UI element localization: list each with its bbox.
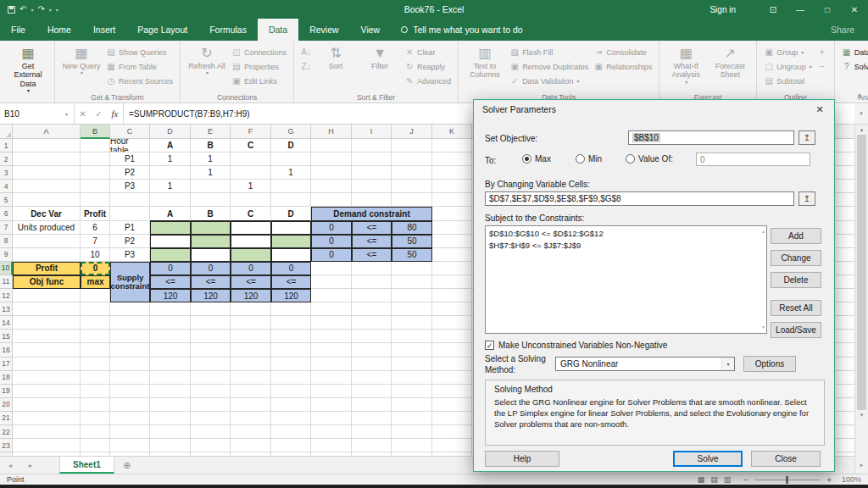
- cell-G1[interactable]: D: [271, 139, 311, 152]
- cell-C7[interactable]: P1: [110, 221, 150, 235]
- cell-I5[interactable]: [352, 193, 392, 207]
- cell-B7[interactable]: 6: [81, 221, 110, 235]
- row-header-12[interactable]: 12: [0, 289, 13, 302]
- column-header-I[interactable]: I: [352, 125, 392, 139]
- cell-C4[interactable]: P3: [110, 180, 150, 193]
- cell-C1[interactable]: Hour table: [110, 139, 150, 152]
- row-header-20[interactable]: 20: [0, 398, 13, 412]
- cell-K10[interactable]: [432, 262, 472, 275]
- cell-E6[interactable]: B: [191, 207, 231, 220]
- cell-K20[interactable]: [432, 398, 472, 412]
- get-external-data-button[interactable]: ▦Get External Data▾: [6, 43, 50, 96]
- cell-B10[interactable]: 0: [81, 262, 110, 275]
- cell-E13[interactable]: [191, 302, 231, 316]
- cell-A7[interactable]: Units produced: [13, 221, 81, 235]
- recent-sources-button[interactable]: ◷Recent Sources: [103, 75, 175, 87]
- consolidate-button[interactable]: ⇥Consolidate: [591, 46, 654, 58]
- cell-H11[interactable]: [311, 275, 352, 289]
- cell-B9[interactable]: 10: [81, 248, 110, 262]
- column-header-H[interactable]: H: [311, 125, 352, 139]
- solving-method-select[interactable]: GRG Nonlinear ▾: [555, 357, 735, 371]
- cell-A17[interactable]: [13, 358, 81, 371]
- set-objective-input[interactable]: $B$10: [628, 130, 794, 145]
- cell-B2[interactable]: [81, 152, 110, 166]
- enter-icon[interactable]: ✓: [91, 109, 107, 119]
- cell-F14[interactable]: [231, 316, 271, 330]
- cell-C3[interactable]: P2: [110, 166, 150, 180]
- cell-F18[interactable]: [231, 371, 271, 385]
- relationships-button[interactable]: ▣Relationships: [591, 60, 654, 73]
- row-header-18[interactable]: 18: [0, 371, 13, 385]
- cell-J4[interactable]: [392, 180, 432, 193]
- page-layout-view-icon[interactable]: ▤: [710, 475, 718, 484]
- cell-F17[interactable]: [231, 358, 271, 371]
- cell-J15[interactable]: [392, 330, 432, 343]
- cell-D1[interactable]: A: [150, 139, 191, 152]
- cell-E4[interactable]: [191, 180, 231, 193]
- cell-D14[interactable]: [150, 316, 191, 330]
- cell-D8[interactable]: [150, 235, 191, 248]
- cell-G10[interactable]: 0: [271, 262, 311, 275]
- cell-G6[interactable]: D: [271, 207, 311, 220]
- row-header-15[interactable]: 15: [0, 330, 13, 343]
- cell-C18[interactable]: [110, 371, 150, 385]
- cell-G20[interactable]: [271, 398, 311, 412]
- from-table-button[interactable]: ▦From Table: [103, 60, 175, 73]
- delete-button[interactable]: Delete: [771, 272, 821, 288]
- edit-links-button[interactable]: ▣Edit Links: [229, 75, 289, 87]
- cell-J17[interactable]: [392, 358, 432, 371]
- tab-insert[interactable]: Insert: [82, 19, 126, 41]
- cell-K13[interactable]: [432, 302, 472, 316]
- change-button[interactable]: Change: [771, 250, 821, 266]
- cell-B18[interactable]: [81, 371, 110, 385]
- tab-data[interactable]: Data: [258, 19, 298, 41]
- cell-E5[interactable]: [191, 193, 231, 207]
- cell-C9[interactable]: P3: [110, 248, 150, 262]
- by-changing-range-select-icon[interactable]: ↥: [798, 191, 815, 206]
- cell-G2[interactable]: [271, 152, 311, 166]
- cell-B23[interactable]: [81, 439, 110, 452]
- sign-in-button[interactable]: Sign in: [709, 5, 736, 14]
- cell-E14[interactable]: [191, 316, 231, 330]
- connections-button[interactable]: ◫Connections: [229, 46, 289, 58]
- cell-H12[interactable]: [311, 289, 352, 302]
- cell-J1[interactable]: [392, 139, 432, 152]
- cell-J21[interactable]: [392, 412, 432, 425]
- cell-G16[interactable]: [271, 343, 311, 357]
- radio-min[interactable]: Min: [576, 154, 602, 164]
- cell-E12[interactable]: 120: [191, 289, 231, 302]
- cell-B6[interactable]: Profit: [81, 207, 110, 220]
- cell-A19[interactable]: [13, 385, 81, 398]
- list-scroll-up-icon[interactable]: ▴: [762, 228, 765, 236]
- cell-A21[interactable]: [13, 412, 81, 425]
- cell-C6[interactable]: [110, 207, 150, 220]
- cell-B11[interactable]: max: [81, 275, 110, 289]
- cell-F9[interactable]: [231, 248, 271, 262]
- undo-dropdown-icon[interactable]: ▾: [31, 7, 33, 13]
- cell-D19[interactable]: [150, 385, 191, 398]
- column-header-C[interactable]: C: [110, 125, 150, 139]
- ribbon-display-options-icon[interactable]: ⊡: [760, 0, 787, 19]
- normal-view-icon[interactable]: ▦: [698, 475, 705, 484]
- cell-C8[interactable]: P2: [110, 235, 150, 248]
- filter-button[interactable]: ▼Filter: [358, 43, 402, 72]
- cell-F12[interactable]: 120: [231, 289, 271, 302]
- show-detail-button[interactable]: +: [815, 46, 830, 58]
- cell-G13[interactable]: [271, 302, 311, 316]
- cell-I19[interactable]: [352, 385, 392, 398]
- cell-J18[interactable]: [392, 371, 432, 385]
- tab-file[interactable]: File: [0, 19, 36, 41]
- cell-F22[interactable]: [231, 425, 271, 439]
- cell-D23[interactable]: [150, 439, 191, 452]
- cell-E3[interactable]: 1: [191, 166, 231, 180]
- refresh-all-button[interactable]: ↻Refresh All▾: [185, 43, 229, 78]
- cell-C20[interactable]: [110, 398, 150, 412]
- cell-I23[interactable]: [352, 439, 392, 452]
- sheet-tab-sheet1[interactable]: Sheet1: [59, 457, 114, 474]
- cell-K14[interactable]: [432, 316, 472, 330]
- cell-A10[interactable]: Profit: [13, 262, 81, 275]
- collapse-ribbon-icon[interactable]: ∧: [856, 92, 862, 485]
- cell-K11[interactable]: [432, 275, 472, 289]
- cell-G19[interactable]: [271, 385, 311, 398]
- cell-J23[interactable]: [392, 439, 432, 452]
